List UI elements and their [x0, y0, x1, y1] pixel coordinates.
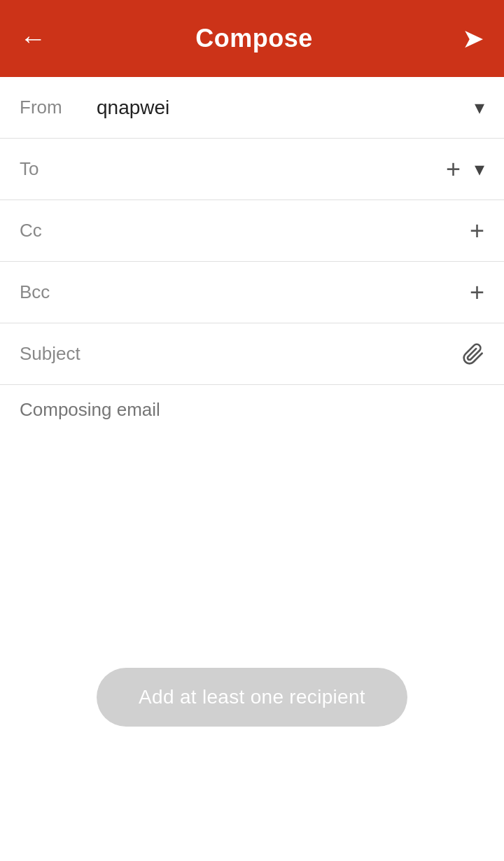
- cc-row: Cc +: [0, 200, 504, 262]
- bcc-add-icon[interactable]: +: [470, 280, 484, 305]
- from-row: From qnapwei ▾: [0, 77, 504, 139]
- to-row: To + ▾: [0, 139, 504, 200]
- cc-actions: +: [470, 218, 484, 244]
- compose-form: From qnapwei ▾ To + ▾ Cc + Bcc + Subject: [0, 77, 504, 612]
- cc-input[interactable]: [90, 220, 470, 242]
- subject-row: Subject: [0, 323, 504, 385]
- subject-label: Subject: [20, 343, 90, 365]
- cc-add-icon[interactable]: +: [470, 218, 484, 244]
- to-add-icon[interactable]: +: [446, 157, 461, 182]
- back-button[interactable]: ←: [20, 24, 46, 54]
- body-input[interactable]: [20, 399, 484, 595]
- bottom-action-area: Add at least one recipient: [0, 668, 504, 769]
- to-actions: + ▾: [446, 157, 484, 182]
- add-recipient-button[interactable]: Add at least one recipient: [97, 668, 407, 727]
- bcc-actions: +: [470, 280, 484, 305]
- app-header: ← Compose ➤: [0, 0, 504, 77]
- from-label: From: [20, 97, 90, 118]
- page-title: Compose: [195, 24, 313, 53]
- to-dropdown-icon[interactable]: ▾: [475, 160, 484, 179]
- bcc-row: Bcc +: [0, 262, 504, 323]
- to-label: To: [20, 158, 90, 180]
- subject-input[interactable]: [90, 343, 462, 365]
- bcc-label: Bcc: [20, 281, 90, 303]
- bcc-input[interactable]: [90, 281, 470, 304]
- cc-label: Cc: [20, 220, 90, 241]
- from-actions: ▾: [475, 98, 484, 118]
- send-button[interactable]: ➤: [462, 23, 484, 54]
- from-value: qnapwei: [90, 97, 475, 119]
- compose-body[interactable]: [0, 385, 504, 612]
- subject-actions: [462, 343, 484, 365]
- attachment-icon[interactable]: [462, 343, 484, 365]
- from-dropdown-icon[interactable]: ▾: [475, 98, 484, 118]
- to-input[interactable]: [90, 158, 446, 181]
